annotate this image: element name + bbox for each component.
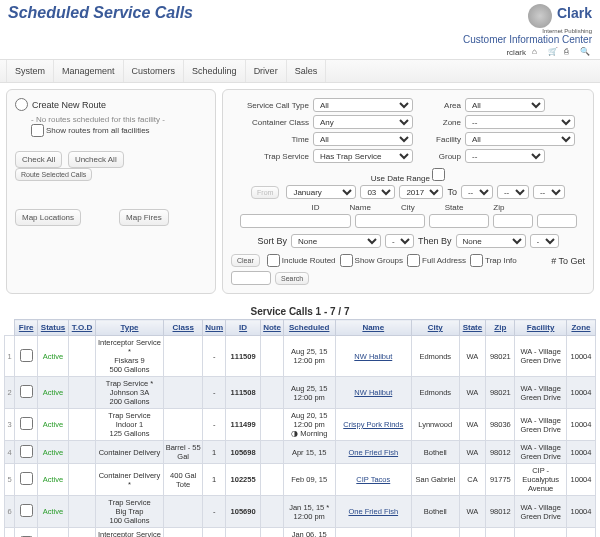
col-zone[interactable]: Zone [566,320,595,336]
clear-button[interactable]: Clear [231,254,260,267]
nav-driver[interactable]: Driver [246,60,287,82]
col-id[interactable]: ID [226,320,261,336]
show-all-check[interactable] [31,124,44,137]
to-label: To [447,187,457,197]
customer-link[interactable]: Crispy Pork Rinds [343,420,403,429]
col-tod[interactable]: T.O.D [69,320,96,336]
routed-check[interactable] [267,254,280,267]
area-select[interactable]: All [465,98,545,112]
toget-input[interactable] [231,271,271,285]
from-button[interactable]: From [251,186,279,199]
customer-link[interactable]: NW Halibut [354,388,392,397]
cell-type: Trap Service *Johnson 3A200 Gallons [95,377,163,409]
from-day[interactable]: 03 [360,185,395,199]
cell-class [164,377,203,409]
col-status[interactable]: Status [38,320,69,336]
trap-label: Trap Service [231,152,309,161]
filter-panel: Service Call TypeAll Container ClassAny … [222,89,594,294]
cart-icon[interactable]: 🛒 [548,47,558,57]
cell-id: 111499 [226,409,261,441]
col-class[interactable]: Class [164,320,203,336]
route-panel: Create New Route - No routes scheduled f… [6,89,216,294]
col-scheduled[interactable]: Scheduled [283,320,335,336]
search-icon[interactable]: 🔍 [580,47,590,57]
col-city[interactable]: City [412,320,460,336]
groups-check[interactable] [340,254,353,267]
fire-check[interactable] [20,349,33,362]
zone-select[interactable]: -- [465,115,575,129]
cell-zip: 91775 [486,464,515,496]
thenby-dir[interactable]: - [530,234,559,248]
state-input[interactable] [493,214,533,228]
brand-name: Clark [557,5,592,21]
cell-sched: Feb 09, 15 [283,464,335,496]
cell-num: - [203,409,226,441]
trap-select[interactable]: Has Trap Service [313,149,413,163]
to-year[interactable]: -- [533,185,565,199]
table-row: 1ActiveInterceptor Service *Fiskars 9500… [5,336,596,377]
map-fires-button[interactable]: Map Fires [119,209,169,226]
city-input[interactable] [429,214,489,228]
uncheck-all-button[interactable]: Uncheck All [68,151,124,168]
cell-id: 111509 [226,336,261,377]
to-month[interactable]: -- [461,185,493,199]
col-note[interactable]: Note [261,320,284,336]
to-day[interactable]: -- [497,185,529,199]
fire-check[interactable] [20,385,33,398]
nav-sales[interactable]: Sales [287,60,327,82]
col-name[interactable]: Name [335,320,411,336]
full-check[interactable] [407,254,420,267]
thenby-select[interactable]: None [456,234,526,248]
daterange-check[interactable] [432,168,445,181]
id-input[interactable] [240,214,351,228]
nav-system[interactable]: System [6,60,54,82]
col-zip[interactable]: Zip [486,320,515,336]
cell-fire [15,528,38,538]
col-type[interactable]: Type [95,320,163,336]
facility-select[interactable]: All [465,132,575,146]
username: rclark [506,48,526,57]
nav-scheduling[interactable]: Scheduling [184,60,246,82]
customer-link[interactable]: CIP Tacos [356,475,390,484]
map-locations-button[interactable]: Map Locations [15,209,81,226]
cell-note [261,336,284,377]
table-row: 4ActiveContainer DeliveryBarrel - 55 Gal… [5,441,596,464]
cell-tod [69,441,96,464]
group-select[interactable]: -- [465,149,545,163]
route-selected-button[interactable]: Route Selected Calls [15,168,92,181]
cell-state: WA [459,409,486,441]
create-route-radio[interactable] [15,98,28,111]
col-state[interactable]: State [459,320,486,336]
check-all-button[interactable]: Check All [15,151,62,168]
fire-check[interactable] [20,417,33,430]
search-button[interactable]: Search [275,272,309,285]
col-num[interactable]: Num [203,320,226,336]
print-icon[interactable]: ⎙ [564,47,574,57]
cell-city: Pyrmont [412,528,460,538]
home-icon[interactable]: ⌂ [532,47,542,57]
sortby-dir[interactable]: - [385,234,414,248]
cell-sched: Apr 15, 15 [283,441,335,464]
nav-management[interactable]: Management [54,60,124,82]
time-select[interactable]: All [313,132,413,146]
col-fire[interactable]: Fire [15,320,38,336]
type-select[interactable]: All [313,98,413,112]
cell-tod [69,528,96,538]
from-month[interactable]: January [286,185,356,199]
cell-status: Active [38,336,69,377]
sortby-select[interactable]: None [291,234,381,248]
fire-check[interactable] [20,472,33,485]
container-select[interactable]: Any [313,115,413,129]
customer-link[interactable]: One Fried Fish [348,448,398,457]
nav-customers[interactable]: Customers [124,60,185,82]
fire-check[interactable] [20,504,33,517]
name-input[interactable] [355,214,425,228]
customer-link[interactable]: NW Halibut [354,352,392,361]
customer-link[interactable]: One Fried Fish [348,507,398,516]
fire-check[interactable] [20,445,33,458]
trapinfo-check[interactable] [470,254,483,267]
col-facility[interactable]: Facility [515,320,567,336]
zip-input[interactable] [537,214,577,228]
from-year[interactable]: 2017 [399,185,443,199]
cell-city: Edmonds [412,377,460,409]
